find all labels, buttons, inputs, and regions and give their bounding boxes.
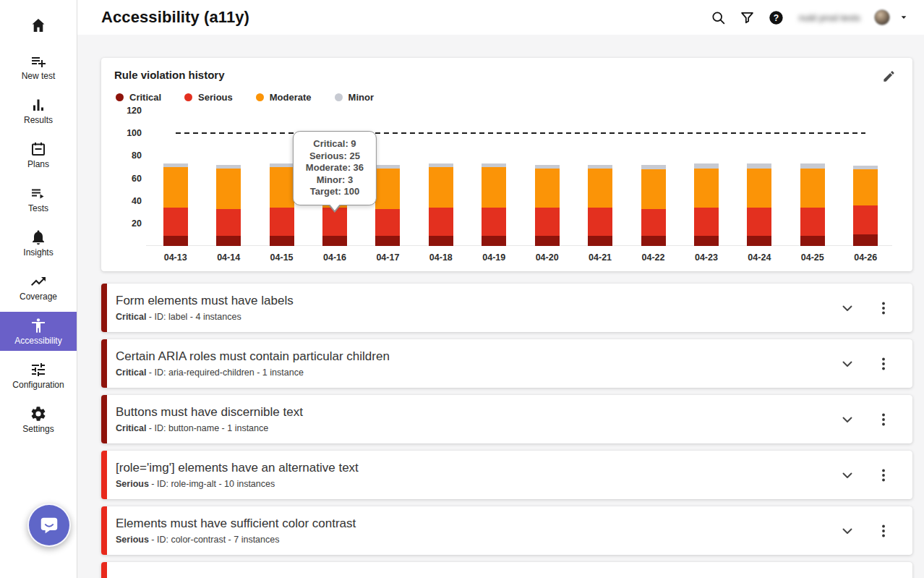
- stacked-bar-04-21[interactable]: [588, 165, 612, 246]
- chat-bubble-icon: [38, 514, 60, 536]
- sidebar-item-coverage[interactable]: Coverage: [0, 268, 77, 307]
- bar-segment-moderate: [853, 169, 878, 205]
- rule-menu-button[interactable]: [875, 411, 892, 428]
- rule-title: Form elements must have labels: [116, 294, 294, 308]
- rule-menu-button[interactable]: [875, 299, 892, 317]
- sidebar-item-home[interactable]: [0, 12, 77, 39]
- bar-segment-moderate: [641, 169, 666, 209]
- y-tick-label: 60: [132, 174, 142, 184]
- sidebar-item-new-test[interactable]: New test: [0, 47, 77, 86]
- rule-card[interactable]: [101, 562, 912, 578]
- app-root: New testResultsPlansTestsInsightsCoverag…: [0, 0, 924, 578]
- x-tick-label: 04-25: [786, 252, 839, 263]
- rule-list: Form elements must have labelsCritical -…: [101, 284, 912, 578]
- sidebar-item-label: New test: [22, 72, 56, 81]
- chart-title: Rule violation history: [114, 69, 897, 81]
- bar-segment-moderate: [694, 169, 719, 208]
- sidebar-item-label: Results: [24, 116, 53, 125]
- stacked-bar-04-17[interactable]: [375, 165, 400, 246]
- stacked-bar-04-26[interactable]: [853, 166, 878, 246]
- rule-menu-button[interactable]: [875, 467, 892, 484]
- rule-text: Certain ARIA roles must contain particul…: [116, 349, 390, 378]
- rule-menu-button[interactable]: [875, 522, 892, 540]
- rule-title: Elements must have sufficient color cont…: [116, 517, 356, 531]
- sidebar-item-label: Coverage: [20, 292, 57, 302]
- stacked-bar-04-25[interactable]: [800, 163, 825, 246]
- bar-segment-moderate: [163, 167, 188, 208]
- help-icon[interactable]: ?: [769, 10, 784, 25]
- sidebar-item-settings[interactable]: Settings: [0, 400, 77, 439]
- search-icon[interactable]: [711, 10, 726, 25]
- chevron-down-icon[interactable]: [898, 12, 910, 23]
- stacked-bar-04-24[interactable]: [747, 163, 771, 246]
- expand-rule-button[interactable]: [839, 411, 856, 428]
- rule-card[interactable]: [role='img'] elements have an alternativ…: [101, 451, 912, 499]
- bar-segment-moderate: [535, 169, 560, 208]
- bar-slot-04-18: [414, 111, 467, 246]
- legend-item-minor[interactable]: Minor: [335, 92, 374, 103]
- home-icon: [30, 17, 47, 34]
- edit-chart-button[interactable]: [882, 68, 898, 84]
- new-test-icon: [30, 52, 47, 69]
- expand-rule-button[interactable]: [839, 522, 856, 540]
- stacked-bar-04-18[interactable]: [429, 163, 453, 246]
- legend-item-serious[interactable]: Serious: [184, 92, 233, 103]
- stacked-bar-04-19[interactable]: [482, 163, 506, 246]
- chart-tooltip: Critical: 9Serious: 25Moderate: 36Minor:…: [293, 131, 377, 205]
- sidebar-item-tests[interactable]: Tests: [0, 179, 77, 218]
- stacked-bar-04-15[interactable]: [270, 163, 294, 246]
- bar-segment-moderate: [482, 167, 506, 208]
- sidebar-item-configuration[interactable]: Configuration: [0, 356, 77, 395]
- expand-rule-button[interactable]: [839, 299, 856, 317]
- stacked-bar-04-14[interactable]: [216, 165, 241, 246]
- rule-card[interactable]: Buttons must have discernible textCritic…: [101, 395, 912, 443]
- tooltip-line: Minor: 3: [306, 174, 364, 187]
- legend-item-critical[interactable]: Critical: [116, 92, 161, 103]
- sidebar-item-label: Settings: [22, 425, 54, 434]
- chat-launcher-button[interactable]: [27, 503, 71, 547]
- expand-rule-button[interactable]: [839, 355, 856, 373]
- user-avatar[interactable]: [874, 9, 890, 25]
- page-header: Accessibility (a11y) ? nuld prod tests: [77, 0, 924, 35]
- accessibility-icon: [30, 317, 47, 334]
- rule-card[interactable]: Elements must have sufficient color cont…: [101, 506, 912, 555]
- target-line: [176, 132, 865, 134]
- legend-label: Serious: [198, 92, 233, 103]
- chart-legend: CriticalSeriousModerateMinor: [116, 90, 897, 103]
- bar-segment-critical: [535, 236, 560, 246]
- legend-label: Moderate: [270, 92, 312, 103]
- bar-segment-moderate: [216, 169, 241, 209]
- bar-segment-moderate: [270, 167, 294, 208]
- stacked-bar-04-20[interactable]: [535, 165, 560, 246]
- rule-severity: Critical: [116, 423, 146, 433]
- bar-slot-04-16: Critical: 9Serious: 25Moderate: 36Minor:…: [308, 111, 361, 246]
- user-name-blurred[interactable]: nuld prod tests: [799, 12, 860, 23]
- y-tick-label: 120: [127, 106, 142, 116]
- y-tick-label: 100: [127, 128, 142, 139]
- expand-rule-button[interactable]: [839, 467, 856, 484]
- x-tick-label: 04-26: [839, 252, 891, 263]
- header-actions: ? nuld prod tests: [711, 9, 910, 25]
- stacked-bar-04-13[interactable]: [163, 163, 188, 246]
- stacked-bar-04-22[interactable]: [641, 165, 666, 246]
- sidebar-item-insights[interactable]: Insights: [0, 224, 77, 263]
- rule-actions: [839, 467, 892, 484]
- rule-card[interactable]: Form elements must have labelsCritical -…: [101, 284, 912, 332]
- rule-id-instances: - ID: role-img-alt - 10 instances: [149, 479, 275, 489]
- rule-actions: [839, 299, 892, 317]
- sidebar-item-accessibility[interactable]: Accessibility: [0, 312, 77, 351]
- legend-item-moderate[interactable]: Moderate: [256, 92, 312, 103]
- chart-plot-area: 12010080604020 Critical: 9Serious: 25Mod…: [149, 111, 892, 246]
- rule-meta: Critical - ID: label - 4 instances: [116, 312, 294, 322]
- sidebar-item-results[interactable]: Results: [0, 91, 77, 130]
- rule-card[interactable]: Certain ARIA roles must contain particul…: [101, 339, 912, 388]
- rule-menu-button[interactable]: [875, 355, 892, 373]
- settings-icon: [30, 405, 47, 422]
- filter-icon[interactable]: [740, 10, 755, 25]
- sidebar: New testResultsPlansTestsInsightsCoverag…: [0, 0, 77, 578]
- stacked-bar-04-23[interactable]: [694, 163, 719, 246]
- rule-title: Buttons must have discernible text: [116, 405, 303, 420]
- sidebar-item-plans[interactable]: Plans: [0, 135, 77, 174]
- y-tick-label: 40: [132, 196, 142, 207]
- bar-segment-critical: [694, 236, 719, 246]
